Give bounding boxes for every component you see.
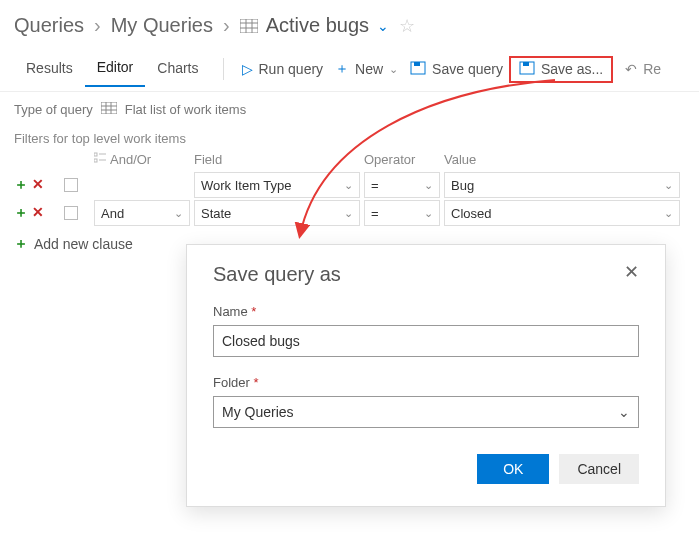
svg-rect-9: [101, 102, 117, 114]
chevron-down-icon: ⌄: [344, 179, 353, 192]
save-icon: [410, 61, 426, 78]
undo-icon: ↶: [625, 61, 637, 77]
chevron-down-icon: ⌄: [664, 207, 673, 220]
new-label: New: [355, 61, 383, 77]
plus-icon: ＋: [335, 60, 349, 78]
header-value: Value: [444, 152, 684, 167]
tabbar: Results Editor Charts ▷ Run query ＋ New …: [0, 45, 699, 87]
save-query-as-dialog: Save query as ✕ Name * Folder * My Queri…: [186, 244, 666, 507]
save-as-button[interactable]: Save as...: [509, 56, 613, 83]
add-new-clause-label: Add new clause: [34, 236, 133, 252]
filters-section: Filters for top level work items And/Or …: [0, 121, 699, 263]
operator-value: =: [371, 178, 379, 193]
remove-clause-icon[interactable]: ✕: [32, 204, 44, 222]
query-type-bar: Type of query Flat list of work items: [0, 91, 699, 121]
row-checkbox[interactable]: [64, 206, 78, 220]
chevron-down-icon: ⌄: [664, 179, 673, 192]
save-as-label: Save as...: [541, 61, 603, 77]
name-input[interactable]: [213, 325, 639, 357]
revert-button[interactable]: ↶ Re: [619, 57, 667, 81]
field-select[interactable]: Work Item Type⌄: [194, 172, 360, 198]
field-value: State: [201, 206, 231, 221]
grid-icon: [240, 19, 258, 33]
run-query-button[interactable]: ▷ Run query: [236, 57, 330, 81]
name-label: Name: [213, 304, 248, 319]
andor-select[interactable]: And⌄: [94, 200, 190, 226]
breadcrumb: Queries › My Queries › Active bugs ⌄ ☆: [0, 0, 699, 45]
plus-icon: ＋: [14, 235, 28, 253]
header-andor: And/Or: [110, 152, 151, 167]
andor-value: And: [101, 206, 124, 221]
operator-value: =: [371, 206, 379, 221]
filters-title: Filters for top level work items: [14, 131, 685, 146]
type-of-query-label: Type of query: [14, 102, 93, 117]
ok-button[interactable]: OK: [477, 454, 549, 484]
svg-rect-6: [414, 62, 420, 66]
folder-select[interactable]: My Queries ⌄: [213, 396, 639, 428]
chevron-down-icon: ⌄: [424, 207, 433, 220]
value-select[interactable]: Bug⌄: [444, 172, 680, 198]
close-icon[interactable]: ✕: [624, 263, 639, 281]
field-value: Work Item Type: [201, 178, 292, 193]
folder-value: My Queries: [222, 404, 294, 420]
filters-header: And/Or Field Operator Value: [14, 152, 685, 167]
remove-clause-icon[interactable]: ✕: [32, 176, 44, 194]
new-button[interactable]: ＋ New ⌄: [329, 56, 404, 82]
svg-rect-14: [94, 153, 97, 156]
required-icon: *: [251, 304, 256, 319]
breadcrumb-leaf[interactable]: Active bugs: [266, 14, 369, 37]
dialog-title: Save query as: [213, 263, 341, 286]
checklist-icon: [94, 152, 106, 167]
favorite-star-icon[interactable]: ☆: [399, 15, 415, 37]
play-icon: ▷: [242, 61, 253, 77]
tab-results[interactable]: Results: [14, 52, 85, 86]
tab-editor[interactable]: Editor: [85, 51, 146, 87]
breadcrumb-folder[interactable]: My Queries: [111, 14, 213, 37]
chevron-down-icon[interactable]: ⌄: [377, 18, 389, 34]
svg-rect-16: [94, 159, 97, 162]
revert-label: Re: [643, 61, 661, 77]
chevron-down-icon: ⌄: [174, 207, 183, 220]
cancel-button[interactable]: Cancel: [559, 454, 639, 484]
header-operator: Operator: [364, 152, 444, 167]
type-of-query-value: Flat list of work items: [125, 102, 246, 117]
save-label: Save query: [432, 61, 503, 77]
field-select[interactable]: State⌄: [194, 200, 360, 226]
chevron-right-icon: ›: [94, 14, 101, 37]
save-as-icon: [519, 61, 535, 78]
add-clause-icon[interactable]: ＋: [14, 176, 28, 194]
chevron-down-icon: ⌄: [424, 179, 433, 192]
required-icon: *: [253, 375, 258, 390]
folder-label: Folder: [213, 375, 250, 390]
filter-row: ＋ ✕ ⌄ Work Item Type⌄ =⌄ Bug⌄: [14, 171, 685, 199]
filter-row: ＋ ✕ And⌄ State⌄ =⌄ Closed⌄: [14, 199, 685, 227]
operator-select[interactable]: =⌄: [364, 172, 440, 198]
save-query-button[interactable]: Save query: [404, 57, 509, 82]
row-checkbox[interactable]: [64, 178, 78, 192]
svg-rect-0: [240, 19, 258, 33]
value-value: Bug: [451, 178, 474, 193]
header-field: Field: [194, 152, 364, 167]
grid-icon: [101, 102, 117, 117]
tab-charts[interactable]: Charts: [145, 52, 210, 86]
chevron-down-icon: ⌄: [344, 207, 353, 220]
value-value: Closed: [451, 206, 491, 221]
chevron-down-icon: ⌄: [618, 404, 630, 420]
value-select[interactable]: Closed⌄: [444, 200, 680, 226]
separator: [223, 58, 224, 80]
chevron-down-icon: ⌄: [389, 63, 398, 76]
add-clause-icon[interactable]: ＋: [14, 204, 28, 222]
chevron-right-icon: ›: [223, 14, 230, 37]
run-query-label: Run query: [259, 61, 324, 77]
operator-select[interactable]: =⌄: [364, 200, 440, 226]
breadcrumb-root[interactable]: Queries: [14, 14, 84, 37]
svg-rect-8: [523, 62, 529, 66]
